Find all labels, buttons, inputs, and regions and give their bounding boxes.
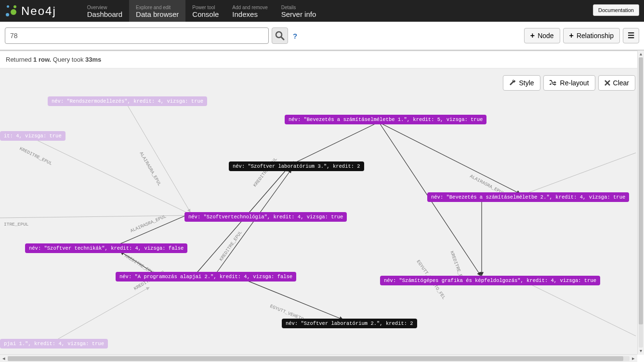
clear-button[interactable]: Clear [598, 75, 635, 91]
search-button[interactable] [272, 27, 288, 44]
graph-node[interactable]: név: "Szoftvertechnológia", kredit: 4, v… [184, 212, 347, 222]
button-label: Re-layout [560, 79, 589, 87]
graph-node[interactable]: név: "Rendszermodellezés", kredit: 4, vi… [48, 96, 207, 106]
result-info: Returned 1 row. Query took 33ms [0, 51, 644, 68]
scroll-left-arrow[interactable]: ◂ [0, 355, 8, 362]
svg-line-22 [378, 122, 520, 194]
result-prefix: Returned [6, 56, 33, 63]
add-relationship-button[interactable]: + Relationship [563, 28, 620, 43]
svg-line-1 [281, 37, 284, 40]
svg-text:KREDITRE_EPUL: KREDITRE_EPUL [19, 146, 53, 167]
edge-label-partial: ITRE_EPUL [0, 220, 32, 229]
svg-text:ALAIRASRA_EPUL: ALAIRASRA_EPUL [130, 214, 167, 233]
button-label: Clear [613, 79, 629, 87]
graph-node[interactable]: it: 4, vizsga: true [0, 131, 66, 141]
horizontal-scrollbar[interactable]: ◂ ▸ [0, 354, 637, 362]
query-bar: ? + Node + Relationship ☰ [0, 22, 644, 51]
svg-line-10 [523, 281, 636, 336]
button-label: Style [519, 79, 534, 87]
scroll-track[interactable] [8, 356, 630, 361]
logo[interactable]: Neo4j [5, 4, 80, 18]
svg-text:KREDITRE_EPUL: KREDITRE_EPUL [218, 229, 243, 262]
result-rows: 1 row. [33, 56, 51, 63]
nav-tabs: Overview Dashboard Explore and edit Data… [80, 0, 323, 22]
neo4j-logo-icon [5, 4, 18, 18]
tab-main: Server info [281, 10, 316, 18]
tab-main: Data browser [136, 10, 179, 18]
button-label: Node [538, 32, 553, 40]
shuffle-icon [550, 80, 557, 86]
add-node-button[interactable]: + Node [524, 28, 560, 43]
svg-line-4 [28, 136, 188, 213]
style-button[interactable]: Style [503, 75, 540, 91]
graph-node[interactable]: név: "A programozás alapjai 2.", kredit:… [116, 272, 296, 282]
view-toggle-button[interactable]: ☰ [623, 28, 639, 43]
result-mid: Query took [51, 56, 85, 63]
graph-canvas[interactable]: Style Re-layout Clear ALAIRASRA_EPUL KRE… [0, 68, 644, 355]
search-icon [275, 31, 285, 40]
graph-node[interactable]: név: "Bevezetés a számításelméletbe 1.",… [285, 115, 486, 124]
scroll-up-arrow[interactable]: ▴ [638, 51, 644, 57]
query-actions: + Node + Relationship ☰ [524, 28, 639, 43]
graph-node[interactable]: név: "Szoftver laboratórium 3.", kredit:… [229, 161, 364, 171]
plus-icon: + [569, 32, 574, 40]
tab-sub: Details [281, 5, 316, 10]
tab-main: Dashboard [87, 10, 122, 18]
tab-main: Indexes [232, 10, 267, 18]
relayout-button[interactable]: Re-layout [543, 75, 595, 91]
svg-line-21 [291, 122, 378, 164]
list-icon: ☰ [628, 32, 634, 40]
tab-data-browser[interactable]: Explore and edit Data browser [129, 0, 185, 22]
tab-sub: Power tool [192, 5, 219, 10]
svg-line-2 [123, 97, 190, 212]
scroll-track[interactable] [639, 57, 643, 348]
tab-sub: Overview [87, 5, 122, 10]
plus-icon: + [530, 32, 535, 40]
graph-node[interactable]: név: "Bevezetés a számításelméletbe 2.",… [427, 192, 629, 202]
graph-node[interactable]: név: "Szoftver technikák", kredit: 4, vi… [25, 243, 187, 253]
svg-text:ALAIRASRA_EPUL: ALAIRASRA_EPUL [138, 151, 162, 187]
documentation-button[interactable]: Documentation [593, 4, 639, 16]
graph-node[interactable]: név: "Szoftver laboratórium 2.", kredit:… [282, 319, 417, 328]
close-icon [605, 80, 610, 86]
scroll-thumb[interactable] [8, 356, 623, 361]
tab-dashboard[interactable]: Overview Dashboard [80, 0, 129, 22]
graph-node[interactable]: pjai 1.", kredit: 4, vizsga: true [0, 339, 108, 349]
scroll-right-arrow[interactable]: ▸ [630, 355, 637, 362]
help-icon[interactable]: ? [293, 32, 297, 40]
graph-toolbar: Style Re-layout Clear [503, 75, 635, 91]
tab-sub: Explore and edit [136, 5, 179, 10]
tab-main: Console [192, 10, 219, 18]
tab-console[interactable]: Power tool Console [185, 0, 225, 22]
tab-server-info[interactable]: Details Server info [275, 0, 323, 22]
scroll-thumb[interactable] [639, 57, 643, 324]
graph-edges: ALAIRASRA_EPUL KREDITRE_EPUL KREDITRE_EP… [0, 68, 644, 355]
svg-line-7 [51, 287, 149, 343]
tab-sub: Add and remove [232, 5, 267, 10]
top-bar: Neo4j Overview Dashboard Explore and edi… [0, 0, 644, 22]
svg-line-9 [523, 153, 636, 195]
tab-indexes[interactable]: Add and remove Indexes [225, 0, 274, 22]
query-input[interactable] [5, 27, 269, 44]
wrench-icon [509, 80, 516, 86]
vertical-scrollbar[interactable]: ▴ ▾ [637, 51, 644, 354]
result-time: 33ms [85, 56, 101, 63]
button-label: Relationship [577, 32, 614, 40]
scroll-down-arrow[interactable]: ▾ [638, 348, 644, 354]
brand-text: Neo4j [21, 4, 56, 18]
graph-node[interactable]: név: "Számítógépes grafika és képfeldolg… [380, 276, 600, 285]
